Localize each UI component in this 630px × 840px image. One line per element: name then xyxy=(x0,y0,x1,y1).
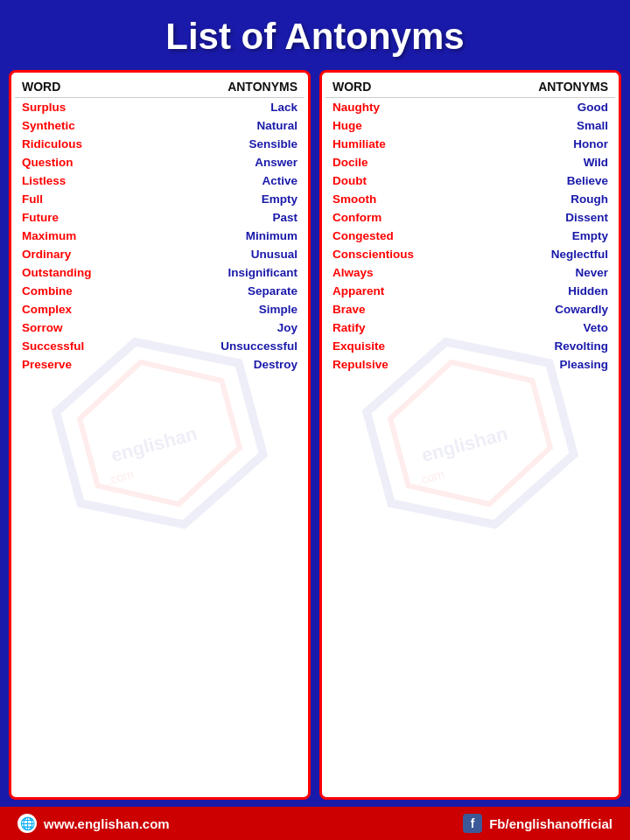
website-text: www.englishan.com xyxy=(44,816,170,831)
footer-website: 🌐 www.englishan.com xyxy=(18,814,170,833)
antonym-cell: Unsuccessful xyxy=(220,340,298,353)
antonym-cell: Unusual xyxy=(251,248,298,261)
word-cell: Successful xyxy=(22,340,84,353)
antonym-cell: Simple xyxy=(259,303,298,316)
word-cell: Apparent xyxy=(332,284,384,298)
antonym-cell: Active xyxy=(262,174,298,187)
table-row: Doubt Believe xyxy=(326,172,615,190)
antonym-cell: Pleasing xyxy=(559,358,608,371)
antonym-cell: Natural xyxy=(256,119,298,132)
page-title: List of Antonyms xyxy=(157,0,472,70)
left-word-header: WORD xyxy=(22,80,60,94)
table-row: Maximum Minimum xyxy=(15,227,304,245)
antonym-cell: Past xyxy=(272,211,298,224)
table-row: Naughty Good xyxy=(326,98,615,116)
footer: 🌐 www.englishan.com f Fb/englishanoffici… xyxy=(0,807,630,840)
word-cell: Repulsive xyxy=(332,358,388,371)
antonym-cell: Insignificant xyxy=(228,266,298,279)
table-row: Outstanding Insignificant xyxy=(15,263,304,282)
table-row: Humiliate Honor xyxy=(326,135,615,153)
table-row: Ridiculous Sensible xyxy=(15,135,304,153)
table-row: Conform Dissent xyxy=(326,208,615,227)
antonym-cell: Neglectful xyxy=(551,248,608,261)
word-cell: Conform xyxy=(332,211,382,224)
right-col-header: WORD ANTONYMS xyxy=(326,78,615,98)
table-row: Conscientious Neglectful xyxy=(326,245,615,263)
antonym-cell: Honor xyxy=(573,137,608,150)
antonym-cell: Joy xyxy=(277,321,298,334)
word-cell: Combine xyxy=(22,284,73,298)
word-cell: Surplus xyxy=(22,101,66,114)
word-cell: Complex xyxy=(22,303,72,316)
table-row: Apparent Hidden xyxy=(326,282,615,300)
globe-icon: 🌐 xyxy=(18,814,37,833)
table-row: Docile Wild xyxy=(326,153,615,172)
word-cell: Future xyxy=(22,211,59,224)
facebook-text: Fb/englishanofficial xyxy=(489,816,612,831)
table-row: Full Empty xyxy=(15,190,304,208)
antonym-cell: Cowardly xyxy=(555,303,608,316)
table-row: Ratify Veto xyxy=(326,318,615,337)
antonym-cell: Revolting xyxy=(554,340,608,353)
left-rows-container: Surplus Lack Synthetic Natural Ridiculou… xyxy=(15,98,304,374)
antonym-cell: Minimum xyxy=(246,229,298,242)
svg-text:.com: .com xyxy=(105,467,135,488)
word-cell: Ridiculous xyxy=(22,137,82,150)
antonym-cell: Lack xyxy=(270,101,298,114)
right-antonym-header: ANTONYMS xyxy=(538,80,608,94)
antonym-cell: Empty xyxy=(572,229,608,242)
left-table: englishan .com WORD ANTONYMS Surplus Lac… xyxy=(9,70,311,800)
word-cell: Exquisite xyxy=(332,340,385,353)
table-row: Exquisite Revolting xyxy=(326,337,615,355)
antonym-cell: Good xyxy=(578,101,608,114)
table-row: Complex Simple xyxy=(15,300,304,318)
antonym-cell: Dissent xyxy=(565,211,608,224)
table-row: Successful Unsuccessful xyxy=(15,337,304,355)
table-row: Sorrow Joy xyxy=(15,318,304,337)
antonym-cell: Sensible xyxy=(248,137,298,150)
word-cell: Doubt xyxy=(332,174,367,187)
table-row: Repulsive Pleasing xyxy=(326,355,615,374)
table-row: Future Past xyxy=(15,208,304,227)
word-cell: Ordinary xyxy=(22,248,71,261)
word-cell: Listless xyxy=(22,174,66,187)
table-row: Brave Cowardly xyxy=(326,300,615,318)
footer-facebook: f Fb/englishanofficial xyxy=(463,814,612,833)
svg-text:englishan: englishan xyxy=(419,423,510,466)
svg-text:englishan: englishan xyxy=(108,423,200,466)
word-cell: Ratify xyxy=(332,321,366,334)
antonym-cell: Hidden xyxy=(568,284,608,298)
antonym-cell: Veto xyxy=(583,321,608,334)
table-row: Ordinary Unusual xyxy=(15,245,304,263)
table-row: Always Never xyxy=(326,263,615,282)
word-cell: Sorrow xyxy=(22,321,63,334)
facebook-icon: f xyxy=(463,814,482,833)
svg-text:.com: .com xyxy=(416,467,445,488)
right-rows-container: Naughty Good Huge Small Humiliate Honor … xyxy=(326,98,615,374)
word-cell: Conscientious xyxy=(332,248,414,261)
antonym-cell: Separate xyxy=(248,284,298,298)
table-row: Preserve Destroy xyxy=(15,355,304,374)
antonym-cell: Destroy xyxy=(254,358,298,371)
word-cell: Smooth xyxy=(332,192,376,206)
antonym-cell: Small xyxy=(577,119,608,132)
word-cell: Humiliate xyxy=(332,137,386,150)
right-table: englishan .com WORD ANTONYMS Naughty Goo… xyxy=(319,70,621,800)
word-cell: Full xyxy=(22,192,43,206)
right-word-header: WORD xyxy=(332,80,371,94)
word-cell: Docile xyxy=(332,156,368,169)
word-cell: Always xyxy=(332,266,374,279)
word-cell: Brave xyxy=(332,303,366,316)
table-row: Smooth Rough xyxy=(326,190,615,208)
left-col-header: WORD ANTONYMS xyxy=(15,78,304,98)
table-row: Huge Small xyxy=(326,116,615,135)
main-content: englishan .com WORD ANTONYMS Surplus Lac… xyxy=(0,70,630,800)
table-row: Question Answer xyxy=(15,153,304,172)
word-cell: Naughty xyxy=(332,101,380,114)
left-antonym-header: ANTONYMS xyxy=(228,80,298,94)
word-cell: Outstanding xyxy=(22,266,92,279)
antonym-cell: Never xyxy=(575,266,608,279)
table-row: Congested Empty xyxy=(326,227,615,245)
word-cell: Question xyxy=(22,156,74,169)
word-cell: Congested xyxy=(332,229,394,242)
